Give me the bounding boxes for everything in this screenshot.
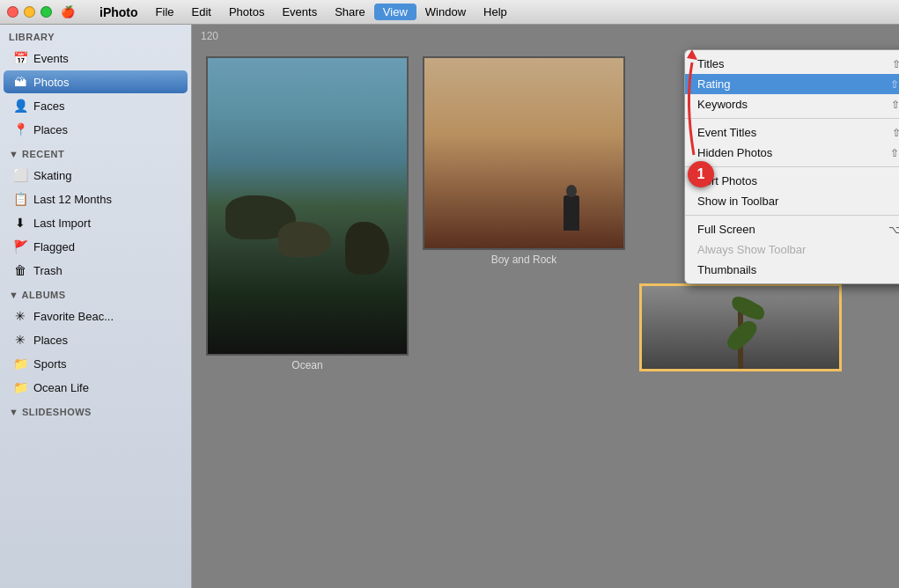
sidebar-label-sports: Sports	[33, 357, 67, 371]
recent-section-header: ▼ Recent	[0, 142, 191, 163]
sidebar-item-photos[interactable]: 🏔 Photos	[4, 70, 188, 93]
photo-count: 120	[192, 25, 899, 48]
app-name[interactable]: iPhoto	[91, 4, 147, 21]
sidebar-item-sports[interactable]: 📁 Sports	[4, 352, 188, 375]
lastimport-icon: ⬇	[12, 215, 28, 231]
favoritebeach-icon: ✳	[12, 308, 28, 324]
menu-keywords-label: Keywords	[697, 98, 891, 111]
view-menu-dropdown: Titles ⇧⌘T Rating ⇧⌘R Keywords ⇧⌘K Event…	[684, 49, 899, 284]
menu-fullscreen-shortcut: ⌥⌘F	[888, 224, 899, 236]
photo-thumb-boyandrock	[423, 56, 625, 250]
last12months-icon: 📋	[12, 191, 28, 207]
sidebar-item-flagged[interactable]: 🚩 Flagged	[4, 235, 188, 258]
photos-icon: 🏔	[12, 74, 28, 90]
maximize-button[interactable]	[41, 6, 52, 18]
menu-help[interactable]: Help	[475, 4, 516, 20]
menu-keywords-shortcut: ⇧⌘K	[891, 99, 899, 111]
sidebar-label-trash: Trash	[33, 264, 63, 277]
minimize-button[interactable]	[24, 6, 35, 18]
sidebar-label-faces: Faces	[33, 99, 64, 113]
menu-rating-label: Rating	[697, 77, 890, 91]
photo-thumb-palm	[639, 283, 842, 371]
sidebar-item-last12months[interactable]: 📋 Last 12 Months	[4, 187, 188, 210]
menu-eventtitles-label: Event Titles	[697, 126, 892, 139]
flagged-icon: 🚩	[12, 239, 28, 254]
faces-icon: 👤	[12, 98, 28, 114]
slideshows-section-header: ▼ Slideshows	[0, 400, 191, 421]
menu-file[interactable]: File	[147, 4, 183, 20]
menu-share[interactable]: Share	[326, 4, 374, 20]
sidebar-item-favoritebeach[interactable]: ✳ Favorite Beac...	[4, 305, 188, 327]
menu-photos[interactable]: Photos	[220, 4, 273, 20]
menu-window[interactable]: Window	[416, 4, 475, 20]
menu-separator-3	[685, 215, 899, 216]
sidebar-label-events: Events	[33, 52, 69, 65]
places-album-icon: ✳	[12, 332, 28, 348]
menu-fullscreen-label: Full Screen	[697, 223, 888, 236]
albums-triangle: ▼	[9, 290, 22, 300]
sidebar-item-places[interactable]: 📍 Places	[4, 118, 188, 141]
photo-item-ocean[interactable]: Ocean	[206, 56, 409, 371]
photo-item-palm[interactable]	[639, 283, 842, 371]
main-layout: Library 📅 Events 🏔 Photos 👤 Faces 📍 Plac…	[0, 25, 899, 588]
photo-label-ocean: Ocean	[291, 359, 322, 371]
menu-edit[interactable]: Edit	[183, 4, 220, 20]
photo-label-boyandrock: Boy and Rock	[491, 254, 557, 266]
sidebar-item-events[interactable]: 📅 Events	[4, 47, 188, 70]
annotation-circle-1: 1	[688, 161, 714, 187]
menu-item-thumbnails[interactable]: Thumbnails ▶	[685, 260, 899, 280]
titlebar: 🍎 iPhoto File Edit Photos Events Share V…	[0, 0, 899, 25]
menu-item-eventtitles[interactable]: Event Titles ⇧⌘F	[685, 122, 899, 143]
recent-triangle: ▼	[9, 149, 22, 159]
menu-separator-1	[685, 118, 899, 119]
menu-item-keywords[interactable]: Keywords ⇧⌘K	[685, 94, 899, 114]
menubar: 🍎 iPhoto File Edit Photos Events Share V…	[52, 4, 892, 21]
sidebar-label-photos: Photos	[33, 76, 69, 89]
sidebar-item-oceanlife[interactable]: 📁 Ocean Life	[4, 376, 188, 399]
sidebar-label-oceanlife: Ocean Life	[33, 381, 89, 394]
menu-item-hiddenphotos[interactable]: Hidden Photos ⇧⌘H	[685, 143, 899, 163]
sidebar-label-skating: Skating	[33, 169, 71, 182]
albums-section-header: ▼ Albums	[0, 283, 191, 304]
menu-item-sortphotos[interactable]: Sort Photos ▶	[685, 171, 899, 191]
menu-events[interactable]: Events	[273, 4, 326, 20]
apple-menu[interactable]: 🍎	[52, 4, 84, 20]
menu-item-alwaysshowtoolbar: Always Show Toolbar	[685, 239, 899, 260]
oceanlife-icon: 📁	[12, 379, 28, 395]
skating-icon: ⬜	[12, 167, 28, 183]
menu-hiddenphotos-label: Hidden Photos	[697, 146, 890, 159]
sidebar-item-faces[interactable]: 👤 Faces	[4, 94, 188, 117]
menu-item-titles[interactable]: Titles ⇧⌘T	[685, 54, 899, 74]
sidebar-item-skating[interactable]: ⬜ Skating	[4, 164, 188, 187]
menu-item-rating[interactable]: Rating ⇧⌘R	[685, 74, 899, 94]
sidebar-label-favoritebeach: Favorite Beac...	[33, 310, 114, 323]
sidebar-item-trash[interactable]: 🗑 Trash	[4, 259, 188, 282]
menu-alwaysshowtoolbar-label: Always Show Toolbar	[697, 243, 899, 256]
traffic-lights	[7, 6, 52, 18]
menu-sortphotos-label: Sort Photos	[697, 174, 899, 187]
menu-titles-label: Titles	[697, 57, 892, 70]
library-section-header: Library	[0, 25, 191, 46]
sidebar-item-lastimport[interactable]: ⬇ Last Import	[4, 211, 188, 234]
sidebar: Library 📅 Events 🏔 Photos 👤 Faces 📍 Plac…	[0, 25, 192, 588]
sidebar-label-last12months: Last 12 Months	[33, 193, 112, 206]
menu-separator-2	[685, 166, 899, 167]
menu-hiddenphotos-shortcut: ⇧⌘H	[890, 147, 899, 159]
menu-rating-shortcut: ⇧⌘R	[890, 78, 899, 91]
trash-icon: 🗑	[12, 262, 28, 278]
sidebar-label-places-album: Places	[33, 334, 68, 347]
close-button[interactable]	[7, 6, 18, 18]
menu-item-showintoolbar[interactable]: Show in Toolbar ▶	[685, 191, 899, 211]
menu-view[interactable]: View	[374, 4, 416, 20]
sidebar-item-places-album[interactable]: ✳ Places	[4, 328, 188, 351]
sports-icon: 📁	[12, 356, 28, 371]
menu-item-fullscreen[interactable]: Full Screen ⌥⌘F	[685, 219, 899, 239]
slideshows-triangle: ▼	[9, 407, 22, 417]
menu-eventtitles-shortcut: ⇧⌘F	[892, 127, 899, 139]
content-area: 120 Ocean Boy and Rock	[192, 25, 899, 588]
menu-titles-shortcut: ⇧⌘T	[892, 58, 899, 70]
events-icon: 📅	[12, 50, 28, 66]
menu-thumbnails-label: Thumbnails	[697, 263, 899, 276]
sidebar-label-lastimport: Last Import	[33, 217, 91, 230]
photo-item-boyandrock[interactable]: Boy and Rock	[423, 56, 625, 266]
